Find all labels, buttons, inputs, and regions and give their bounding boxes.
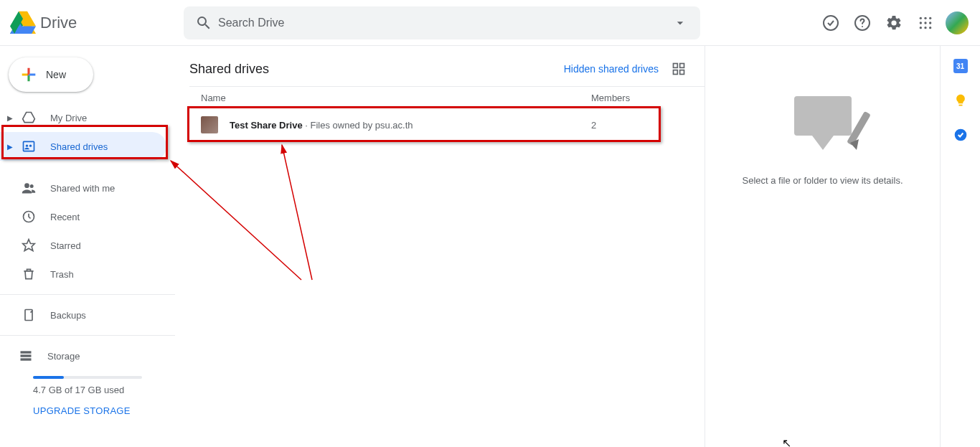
tasks-addon-icon[interactable] [953, 128, 968, 142]
nav-label: My Drive [50, 113, 87, 123]
expand-icon[interactable]: ▶ [6, 143, 14, 151]
calendar-addon-icon[interactable]: 31 [953, 59, 968, 73]
svg-point-10 [920, 22, 922, 24]
keep-addon-icon[interactable] [953, 93, 968, 108]
people-icon [20, 179, 37, 197]
new-button[interactable]: New [9, 57, 93, 92]
shared-drive-row[interactable]: Test Share Drive · Files owned by psu.ac… [189, 108, 705, 142]
svg-marker-16 [23, 113, 35, 123]
nav-label: Backups [50, 310, 86, 321]
clock-icon [20, 208, 37, 225]
svg-rect-32 [794, 96, 852, 136]
svg-point-6 [862, 26, 863, 27]
svg-rect-29 [680, 64, 684, 68]
search-options-dropdown-icon[interactable] [666, 9, 694, 37]
svg-rect-26 [21, 354, 32, 357]
svg-rect-27 [21, 358, 32, 360]
my-drive-icon [20, 109, 37, 126]
drive-logo-icon [9, 9, 37, 37]
nav-my-drive[interactable]: ▶ My Drive [0, 103, 166, 132]
app-header: Drive [0, 0, 980, 46]
svg-point-15 [929, 27, 931, 29]
svg-rect-28 [674, 64, 678, 68]
addon-side-panel: 31 [940, 46, 980, 447]
search-input[interactable] [218, 17, 666, 29]
details-panel: Select a file or folder to view its deta… [705, 46, 940, 447]
backups-icon [20, 306, 37, 324]
trash-icon [20, 265, 37, 283]
sidebar: New ▶ My Drive ▶ Shared drives Shared wi… [0, 46, 175, 447]
svg-point-18 [26, 145, 28, 147]
shared-drives-icon [20, 138, 37, 155]
nav-label: Trash [50, 269, 74, 280]
header-actions [816, 9, 974, 37]
settings-icon[interactable] [880, 9, 908, 37]
svg-point-19 [29, 145, 32, 147]
svg-point-14 [924, 27, 926, 29]
storage-heading: Storage [47, 351, 80, 362]
svg-point-12 [929, 22, 931, 24]
drive-members-cell: 2 [591, 120, 596, 131]
svg-marker-23 [23, 240, 35, 251]
storage-used-text: 4.7 GB of 17 GB used [33, 385, 175, 395]
search-icon[interactable] [189, 9, 218, 37]
nav-recent[interactable]: Recent [0, 202, 166, 231]
svg-point-11 [924, 22, 926, 24]
svg-point-8 [924, 17, 926, 19]
svg-rect-31 [680, 70, 684, 75]
svg-rect-17 [24, 141, 34, 151]
storage-progress [33, 376, 142, 379]
nav-backups[interactable]: Backups [0, 301, 166, 329]
nav-shared-drives[interactable]: ▶ Shared drives [0, 132, 166, 161]
upgrade-storage-link[interactable]: UPGRADE STORAGE [33, 405, 175, 416]
svg-point-9 [929, 17, 931, 19]
search-bar[interactable] [184, 6, 700, 39]
svg-point-20 [24, 183, 29, 188]
nav-label: Recent [50, 212, 80, 222]
nav-label: Shared with me [50, 183, 115, 194]
svg-point-7 [920, 17, 922, 19]
svg-point-21 [30, 184, 34, 188]
app-name: Drive [40, 14, 77, 32]
nav-shared-with-me[interactable]: Shared with me [0, 174, 166, 202]
svg-rect-30 [674, 70, 678, 75]
new-button-label: New [46, 69, 66, 80]
account-avatar[interactable] [946, 11, 969, 34]
nav-storage[interactable]: Storage [0, 342, 175, 370]
col-name[interactable]: Name [189, 93, 591, 103]
col-members[interactable]: Members [591, 93, 630, 103]
svg-rect-25 [21, 351, 32, 353]
nav-trash[interactable]: Trash [0, 260, 166, 288]
apps-grid-icon[interactable] [911, 9, 940, 37]
drive-name-cell: Test Share Drive · Files owned by psu.ac… [230, 120, 591, 131]
svg-point-13 [920, 27, 922, 29]
nav-label: Shared drives [50, 141, 108, 152]
drive-thumbnail-icon [201, 116, 218, 133]
expand-icon[interactable]: ▶ [6, 114, 14, 122]
help-icon[interactable] [848, 9, 877, 37]
nav-label: Starred [50, 240, 81, 251]
star-icon [20, 237, 37, 254]
offline-ready-icon[interactable] [816, 9, 845, 37]
storage-icon [17, 347, 34, 364]
plus-icon [17, 63, 40, 86]
grid-view-toggle-icon[interactable] [670, 60, 687, 77]
nav-starred[interactable]: Starred [0, 231, 166, 260]
svg-marker-33 [812, 136, 834, 150]
main-content: Shared drives Hidden shared drives Name … [175, 46, 705, 447]
column-headers: Name Members [189, 87, 705, 108]
hidden-shared-drives-link[interactable]: Hidden shared drives [564, 63, 659, 75]
page-title: Shared drives [189, 62, 269, 77]
logo[interactable]: Drive [9, 9, 184, 37]
svg-point-4 [824, 16, 838, 30]
details-empty-text: Select a file or folder to view its deta… [722, 175, 923, 186]
details-empty-icon [780, 89, 866, 146]
